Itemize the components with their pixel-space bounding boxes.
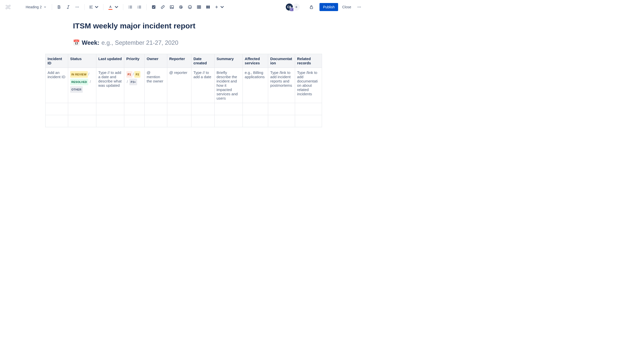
publish-button[interactable]: Publish xyxy=(319,3,338,11)
svg-point-41 xyxy=(358,7,358,8)
svg-point-5 xyxy=(78,7,79,8)
text-style-dropdown[interactable]: Heading 2 xyxy=(23,4,49,11)
cell-owner[interactable]: @ mention the owner xyxy=(145,68,167,103)
svg-rect-40 xyxy=(310,7,313,9)
cell-last-updated[interactable]: Type // to add a date and describe what … xyxy=(96,68,124,103)
separator xyxy=(84,4,85,10)
cell-documentation[interactable]: Type /link to add incident reports and p… xyxy=(268,68,295,103)
svg-rect-29 xyxy=(197,6,200,9)
separator xyxy=(103,4,103,10)
svg-point-9 xyxy=(129,6,129,6)
chevron-down-icon xyxy=(114,5,119,10)
table-header[interactable]: Priority xyxy=(124,54,144,68)
bullet-list-button[interactable] xyxy=(126,3,134,11)
table-button[interactable] xyxy=(195,3,203,11)
insert-more-button[interactable] xyxy=(213,3,226,11)
status-lozenge-other[interactable]: OTHER xyxy=(70,86,83,93)
more-actions-button[interactable] xyxy=(355,3,363,11)
link-button[interactable] xyxy=(159,3,167,11)
svg-point-43 xyxy=(360,7,361,8)
svg-rect-35 xyxy=(208,6,210,9)
chevron-down-icon xyxy=(44,6,46,8)
cell-date-created[interactable]: Type // to add a date xyxy=(191,68,214,103)
svg-line-0 xyxy=(68,6,68,9)
cell-incident-id[interactable]: Add an incident ID xyxy=(46,68,68,103)
action-item-button[interactable] xyxy=(150,3,158,11)
table-header[interactable]: Affected services xyxy=(243,54,268,68)
avatar-badge: C xyxy=(290,8,294,12)
separator xyxy=(123,4,123,10)
cell-affected[interactable]: e.g., Billing applications xyxy=(243,68,268,103)
table-header[interactable]: Reporter xyxy=(167,54,191,68)
close-button[interactable]: Close xyxy=(339,3,354,11)
image-button[interactable] xyxy=(168,3,176,11)
svg-point-42 xyxy=(359,7,360,8)
table-row[interactable]: Add an incident ID IN REVIEW/ RESOLVED /… xyxy=(46,68,322,103)
table-header[interactable]: Documentation xyxy=(268,54,295,68)
collaborators: CK C xyxy=(285,3,300,11)
priority-lozenge-p1[interactable]: P1 xyxy=(126,71,132,78)
table-header[interactable]: Related records xyxy=(295,54,322,68)
table-header[interactable]: Owner xyxy=(145,54,167,68)
editor-toolbar: Heading 2 123 CK C xyxy=(0,0,367,14)
svg-rect-34 xyxy=(206,6,208,9)
svg-point-3 xyxy=(75,7,76,8)
table-header[interactable]: Date created xyxy=(191,54,214,68)
week-heading[interactable]: 📅 Week: e.g., September 21-27, 2020 xyxy=(73,39,322,46)
svg-point-28 xyxy=(190,6,191,7)
cell-priority[interactable]: P1/P2 / P3+ xyxy=(124,68,144,103)
numbered-list-button[interactable]: 123 xyxy=(135,3,143,11)
table-header[interactable]: Summary xyxy=(214,54,243,68)
incident-table[interactable]: Incident IDStatusLast updatedPriorityOwn… xyxy=(45,54,322,127)
cell-reporter[interactable]: @ reporter xyxy=(167,68,191,103)
restrictions-button[interactable] xyxy=(307,3,315,11)
table-header[interactable]: Status xyxy=(68,54,96,68)
text-color-button[interactable] xyxy=(106,3,120,11)
confluence-logo xyxy=(4,3,12,11)
more-formatting-button[interactable] xyxy=(73,3,81,11)
page-title[interactable]: ITSM weekly major incident report xyxy=(73,22,322,30)
svg-text:3: 3 xyxy=(137,7,138,9)
status-lozenge-inreview[interactable]: IN REVIEW xyxy=(70,71,88,78)
bold-button[interactable] xyxy=(55,3,63,11)
chevron-down-icon xyxy=(220,5,225,10)
emoji-button[interactable] xyxy=(186,3,194,11)
week-placeholder: e.g., September 21-27, 2020 xyxy=(101,39,178,46)
table-row[interactable] xyxy=(46,103,322,115)
svg-point-26 xyxy=(188,5,191,9)
priority-lozenge-p3[interactable]: P3+ xyxy=(129,79,137,85)
cell-status[interactable]: IN REVIEW/ RESOLVED / OTHER xyxy=(68,68,96,103)
page-content[interactable]: ITSM weekly major incident report 📅 Week… xyxy=(0,14,367,137)
separator xyxy=(52,4,52,10)
table-row[interactable] xyxy=(46,115,322,127)
chevron-down-icon xyxy=(94,5,99,10)
table-header[interactable]: Incident ID xyxy=(46,54,68,68)
table-header-row: Incident IDStatusLast updatedPriorityOwn… xyxy=(46,54,322,68)
italic-button[interactable] xyxy=(64,3,72,11)
layouts-button[interactable] xyxy=(204,3,212,11)
svg-rect-21 xyxy=(152,5,155,9)
svg-point-10 xyxy=(129,7,129,7)
svg-point-11 xyxy=(129,8,129,8)
calendar-icon: 📅 xyxy=(73,39,80,46)
priority-lozenge-p2[interactable]: P2 xyxy=(134,71,140,78)
svg-point-4 xyxy=(77,7,77,8)
mention-button[interactable] xyxy=(177,3,185,11)
text-style-label: Heading 2 xyxy=(26,5,42,9)
user-avatar[interactable]: CK C xyxy=(285,3,293,11)
cell-summary[interactable]: Briefly describe the incident and how it… xyxy=(214,68,243,103)
table-header[interactable]: Last updated xyxy=(96,54,124,68)
separator xyxy=(146,4,147,10)
alignment-button[interactable] xyxy=(88,3,100,11)
cell-related[interactable]: Type /link to add documentation about re… xyxy=(295,68,322,103)
svg-point-27 xyxy=(189,6,189,7)
status-lozenge-resolved[interactable]: RESOLVED xyxy=(70,79,88,85)
week-label: Week: xyxy=(82,39,99,46)
